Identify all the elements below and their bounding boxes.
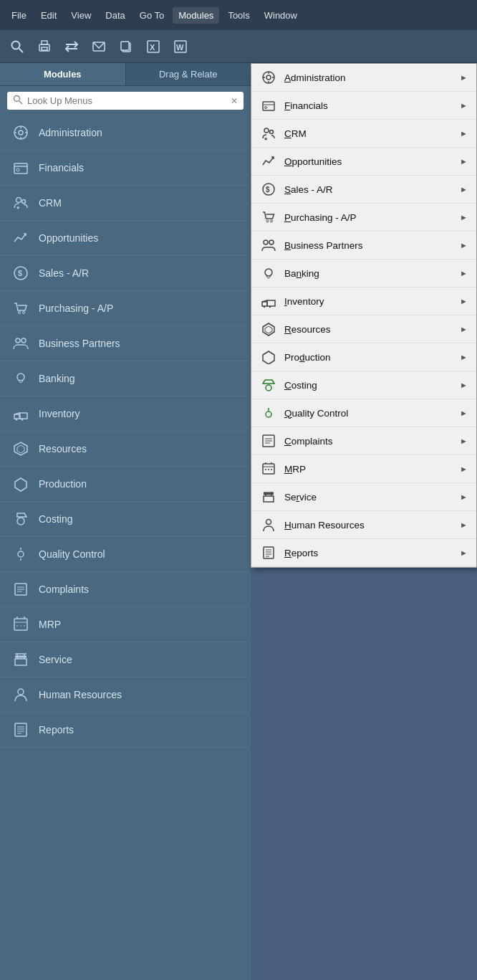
dd-production-icon	[260, 348, 277, 366]
print-icon[interactable]	[33, 35, 56, 58]
dd-arrow-service: ►	[460, 493, 468, 501]
dropdown-item-crm[interactable]: ★ CRM ►	[251, 120, 476, 148]
svg-rect-58	[15, 659, 26, 665]
sidebar-item-human-resources[interactable]: Human Resources	[0, 677, 251, 713]
dropdown-item-banking[interactable]: Banking ►	[251, 260, 476, 287]
dd-arrow-reports: ►	[460, 548, 468, 557]
svg-point-84	[271, 220, 273, 222]
svg-point-30	[19, 312, 21, 314]
dropdown-item-inventory[interactable]: Inventory ►	[251, 287, 476, 315]
dd-label-crm: CRM	[284, 128, 453, 139]
dd-label-mrp: MRP	[284, 464, 453, 475]
search-box: ✕	[7, 92, 244, 110]
dropdown-item-mrp[interactable]: MRP ►	[251, 455, 476, 483]
menu-tools[interactable]: Tools	[222, 7, 255, 24]
dropdown-item-human-resources[interactable]: Human Resources ►	[251, 511, 476, 539]
dd-mrp-icon	[260, 460, 277, 477]
dd-complaints-icon	[260, 432, 277, 449]
dropdown-item-financials[interactable]: Financials ►	[251, 92, 476, 120]
exchange-icon[interactable]	[60, 35, 83, 58]
excel-icon[interactable]: X	[142, 35, 165, 58]
dropdown-item-costing[interactable]: Costing ►	[251, 371, 476, 399]
sidebar-item-business-partners[interactable]: Business Partners	[0, 326, 251, 361]
dropdown-item-reports[interactable]: Reports ►	[251, 539, 476, 567]
svg-text:$: $	[18, 269, 22, 277]
svg-rect-4	[42, 47, 47, 50]
sidebar-item-reports[interactable]: Reports	[0, 713, 251, 748]
svg-point-85	[264, 240, 268, 244]
menu-file[interactable]: File	[6, 7, 32, 24]
opportunities-icon	[11, 229, 30, 247]
menu-goto[interactable]: Go To	[134, 7, 170, 24]
menu-view[interactable]: View	[65, 7, 97, 24]
dropdown-item-administration[interactable]: Administration ►	[251, 64, 476, 92]
quality-control-icon	[11, 545, 30, 563]
dropdown-item-business-partners[interactable]: Business Partners ►	[251, 232, 476, 260]
dd-quality-control-icon	[260, 404, 277, 422]
sidebar-item-inventory[interactable]: Inventory	[0, 396, 251, 432]
sidebar-item-costing[interactable]: Costing	[0, 502, 251, 537]
financials-icon	[11, 158, 30, 177]
sidebar-item-financials[interactable]: Financials	[0, 151, 251, 186]
dropdown-item-opportunities[interactable]: Opportunities ►	[251, 148, 476, 176]
svg-rect-116	[264, 547, 274, 558]
svg-point-96	[266, 385, 271, 391]
dropdown-item-quality-control[interactable]: Quality Control ►	[251, 399, 476, 427]
menu-data[interactable]: Data	[100, 7, 130, 24]
word-icon[interactable]: W	[169, 35, 192, 58]
sidebar-item-purchasing-ap[interactable]: Purchasing - A/P	[0, 291, 251, 326]
dd-arrow-business-partners: ►	[460, 241, 468, 249]
tab-modules[interactable]: Modules	[0, 63, 126, 85]
sidebar-item-complaints[interactable]: Complaints	[0, 572, 251, 607]
sidebar-item-sales-ar[interactable]: $ Sales - A/R	[0, 256, 251, 291]
sidebar-label-human-resources: Human Resources	[39, 689, 122, 700]
svg-point-17	[19, 130, 23, 135]
dd-label-reports: Reports	[284, 548, 453, 558]
dropdown-item-service[interactable]: Service ►	[251, 483, 476, 511]
main-layout: Modules Drag & Relate ✕ Administration	[0, 63, 477, 980]
sidebar-item-administration[interactable]: Administration	[0, 115, 251, 151]
dropdown-item-sales-ar[interactable]: $ Sales - A/R ►	[251, 176, 476, 204]
costing-icon	[11, 510, 30, 528]
reports-icon	[11, 720, 30, 739]
menu-modules[interactable]: Modules	[173, 7, 219, 24]
svg-text:X: X	[150, 43, 155, 52]
sidebar-item-opportunities[interactable]: Opportunities	[0, 221, 251, 256]
menu-window[interactable]: Window	[259, 7, 303, 24]
sidebar-item-banking[interactable]: Banking	[0, 361, 251, 396]
dd-inventory-icon	[260, 292, 277, 310]
sidebar-nav: Administration Financials ★ CRM Opportun…	[0, 115, 251, 980]
crm-icon: ★	[11, 194, 30, 212]
svg-point-24	[16, 168, 19, 171]
mail-icon[interactable]	[87, 35, 110, 58]
svg-point-78	[264, 128, 269, 133]
sidebar-item-mrp[interactable]: MRP	[0, 607, 251, 642]
duplicate-icon[interactable]	[115, 35, 138, 58]
dd-label-quality-control: Quality Control	[284, 408, 453, 419]
dropdown-item-complaints[interactable]: Complaints ►	[251, 427, 476, 455]
menu-edit[interactable]: Edit	[35, 7, 62, 24]
sidebar-item-resources[interactable]: Resources	[0, 432, 251, 467]
tab-drag-relate[interactable]: Drag & Relate	[126, 63, 251, 85]
dropdown-item-resources[interactable]: Resources ►	[251, 315, 476, 343]
svg-rect-3	[42, 41, 47, 44]
sidebar-item-quality-control[interactable]: Quality Control	[0, 537, 251, 572]
dd-banking-icon	[260, 265, 277, 282]
sidebar-item-production[interactable]: Production	[0, 467, 251, 502]
sidebar-item-service[interactable]: Service	[0, 642, 251, 677]
search-clear-icon[interactable]: ✕	[231, 96, 238, 106]
sidebar-label-complaints: Complaints	[39, 584, 89, 595]
dd-financials-icon	[260, 97, 277, 114]
dd-label-production: Production	[284, 352, 453, 363]
search-icon[interactable]	[6, 35, 29, 58]
banking-icon	[11, 369, 30, 388]
svg-marker-95	[263, 351, 274, 364]
dd-label-costing: Costing	[284, 380, 453, 391]
sidebar-item-crm[interactable]: ★ CRM	[0, 186, 251, 221]
dropdown-item-purchasing-ap[interactable]: Purchasing - A/P ►	[251, 204, 476, 232]
dd-opportunities-icon	[260, 153, 277, 170]
sidebar-label-banking: Banking	[39, 373, 75, 384]
dropdown-item-production[interactable]: Production ►	[251, 343, 476, 371]
sidebar-label-opportunities: Opportunities	[39, 232, 98, 244]
search-input[interactable]	[27, 95, 226, 106]
